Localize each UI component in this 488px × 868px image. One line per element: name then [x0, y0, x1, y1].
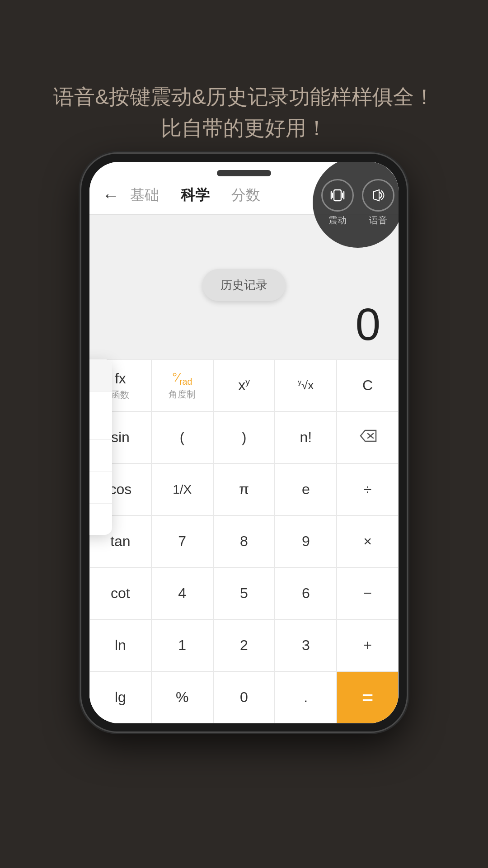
app-screen: ← 基础 科学 分数 — [89, 162, 399, 723]
key-dot[interactable]: . — [275, 671, 337, 723]
key-open-paren[interactable]: ( — [151, 411, 213, 463]
phone-frame: ← 基础 科学 分数 — [81, 154, 407, 731]
key-equals[interactable]: = — [337, 671, 399, 723]
key-multiply[interactable]: × — [337, 515, 399, 567]
key-ln[interactable]: ln — [89, 619, 151, 671]
key-power[interactable]: xy — [213, 359, 275, 411]
header-text: 语音&按键震动&历史记录功能样样俱全！ 比自带的更好用！ — [0, 0, 488, 171]
phone-wrapper: ← 基础 科学 分数 — [81, 154, 407, 731]
inverse-popup-header: fx -1 — [89, 359, 112, 392]
key-percent[interactable]: % — [151, 671, 213, 723]
header-line2: 比自带的更好用！ — [36, 113, 452, 144]
key-add[interactable]: + — [337, 619, 399, 671]
inverse-sin-button[interactable]: sin-1 — [89, 408, 112, 440]
key-euler[interactable]: e — [275, 463, 337, 515]
key-8[interactable]: 8 — [213, 515, 275, 567]
key-delete[interactable] — [337, 411, 399, 463]
key-close-paren[interactable]: ) — [213, 411, 275, 463]
tab-science[interactable]: 科学 — [181, 185, 210, 205]
key-3[interactable]: 3 — [275, 619, 337, 671]
inverse-cos-button[interactable]: cos-1 — [89, 440, 112, 472]
keyboard: fx -1 反函数 sin-1 cos-1 tan-1 cot-1 fx 函数 — [89, 359, 399, 723]
voice-button[interactable]: 语音 — [362, 179, 394, 226]
key-6[interactable]: 6 — [275, 567, 337, 619]
tab-basic[interactable]: 基础 — [130, 185, 159, 205]
key-0[interactable]: 0 — [213, 671, 275, 723]
key-subtract[interactable]: − — [337, 567, 399, 619]
back-button[interactable]: ← — [102, 186, 119, 205]
vibrate-icon-circle — [321, 179, 354, 212]
key-reciprocal[interactable]: 1/X — [151, 463, 213, 515]
phone-speaker — [217, 170, 271, 176]
history-button[interactable]: 历史记录 — [202, 269, 286, 301]
key-divide[interactable]: ÷ — [337, 463, 399, 515]
key-2[interactable]: 2 — [213, 619, 275, 671]
tab-fraction[interactable]: 分数 — [231, 185, 260, 205]
svg-rect-0 — [334, 190, 341, 201]
vibrate-button[interactable]: 震动 — [321, 179, 354, 226]
key-grid: fx 函数 °∕rad 角度制 xy y√x C — [89, 359, 399, 723]
key-lg[interactable]: lg — [89, 671, 151, 723]
key-root[interactable]: y√x — [275, 359, 337, 411]
display-value: 0 — [355, 298, 380, 350]
key-7[interactable]: 7 — [151, 515, 213, 567]
key-factorial[interactable]: n! — [275, 411, 337, 463]
key-angle[interactable]: °∕rad 角度制 — [151, 359, 213, 411]
key-pi[interactable]: π — [213, 463, 275, 515]
key-5[interactable]: 5 — [213, 567, 275, 619]
voice-icon-circle — [362, 179, 394, 212]
inverse-cot-button[interactable]: cot-1 — [89, 504, 112, 535]
svg-marker-5 — [374, 190, 379, 201]
inverse-tan-button[interactable]: tan-1 — [89, 472, 112, 504]
key-1[interactable]: 1 — [151, 619, 213, 671]
header-line1: 语音&按键震动&历史记录功能样样俱全！ — [36, 81, 452, 113]
inverse-popup: fx -1 反函数 sin-1 cos-1 tan-1 cot-1 — [89, 359, 112, 535]
voice-label: 语音 — [369, 214, 387, 226]
key-4[interactable]: 4 — [151, 567, 213, 619]
key-9[interactable]: 9 — [275, 515, 337, 567]
vibrate-label: 震动 — [328, 214, 347, 226]
inverse-popup-sublabel: 反函数 — [89, 392, 112, 408]
key-cot[interactable]: cot — [89, 567, 151, 619]
key-clear[interactable]: C — [337, 359, 399, 411]
